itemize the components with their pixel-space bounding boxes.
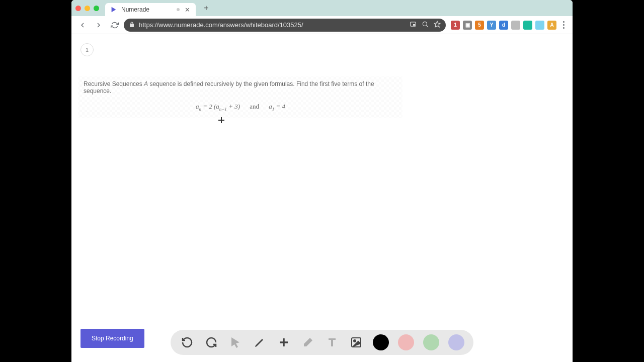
window-minimize[interactable] <box>85 6 90 11</box>
extension-icon[interactable] <box>535 21 544 30</box>
crosshair-cursor-icon <box>218 117 224 123</box>
extension-icon[interactable]: 5 <box>475 21 484 30</box>
svg-rect-2 <box>413 24 415 26</box>
stop-recording-button[interactable]: Stop Recording <box>80 329 144 348</box>
url-actions <box>410 21 441 30</box>
window-close[interactable] <box>75 6 81 11</box>
tab-audio-icon[interactable] <box>177 8 180 11</box>
browser-menu[interactable] <box>558 21 569 29</box>
url-text: https://www.numerade.com/answers/whitebo… <box>139 21 406 29</box>
back-button[interactable] <box>75 18 90 32</box>
redo-button[interactable] <box>204 335 219 350</box>
pip-icon[interactable] <box>410 21 417 30</box>
tab-title: Numerade <box>121 6 173 13</box>
extension-icon[interactable]: d <box>499 21 508 30</box>
extension-icon[interactable]: Y <box>487 21 496 30</box>
svg-point-6 <box>354 340 356 342</box>
tab-favicon-icon <box>110 6 117 13</box>
tab-close-icon[interactable]: ✕ <box>184 6 191 13</box>
star-icon[interactable] <box>434 21 441 30</box>
new-tab-button[interactable]: + <box>200 2 213 15</box>
color-pink[interactable] <box>398 334 414 350</box>
text-tool[interactable] <box>325 335 340 350</box>
svg-point-3 <box>423 22 427 26</box>
add-tool[interactable] <box>276 335 291 350</box>
zoom-icon[interactable] <box>422 21 429 30</box>
browser-window: Numerade ✕ + https://www.numerade.com/an… <box>71 0 573 362</box>
color-purple[interactable] <box>448 334 464 350</box>
page-content: 1 Recursive Sequences A sequence is defi… <box>71 34 573 362</box>
reload-button[interactable] <box>108 18 122 32</box>
window-maximize[interactable] <box>94 6 99 11</box>
pointer-tool[interactable] <box>228 335 243 350</box>
forward-button[interactable] <box>92 18 106 32</box>
extension-icon[interactable]: ▣ <box>463 21 472 30</box>
extension-icon[interactable]: 1 <box>451 21 460 30</box>
url-bar[interactable]: https://www.numerade.com/answers/whitebo… <box>124 19 446 32</box>
whiteboard-problem: Recursive Sequences A sequence is define… <box>78 76 403 118</box>
pen-tool[interactable] <box>252 335 267 350</box>
eraser-tool[interactable] <box>300 335 315 350</box>
address-bar: https://www.numerade.com/answers/whitebo… <box>71 16 573 34</box>
problem-statement: Recursive Sequences A sequence is define… <box>84 80 397 95</box>
image-tool[interactable] <box>349 335 364 350</box>
lock-icon <box>129 21 135 30</box>
whiteboard-toolbar <box>171 330 473 355</box>
browser-tab[interactable]: Numerade ✕ <box>105 3 196 16</box>
extension-icon[interactable]: A <box>547 21 556 30</box>
svg-marker-0 <box>112 7 116 13</box>
extension-icons: 1▣5YdA <box>451 21 556 30</box>
extension-icon[interactable] <box>523 21 532 30</box>
window-controls <box>75 6 99 11</box>
svg-marker-4 <box>434 21 440 27</box>
extension-icon[interactable] <box>511 21 520 30</box>
color-black[interactable] <box>373 334 389 350</box>
undo-button[interactable] <box>180 335 195 350</box>
color-green[interactable] <box>423 334 439 350</box>
tab-bar: Numerade ✕ + <box>71 0 573 16</box>
formula: an = 2 (an−1 + 3) and a1 = 4 <box>84 103 397 112</box>
slide-number[interactable]: 1 <box>80 43 94 56</box>
